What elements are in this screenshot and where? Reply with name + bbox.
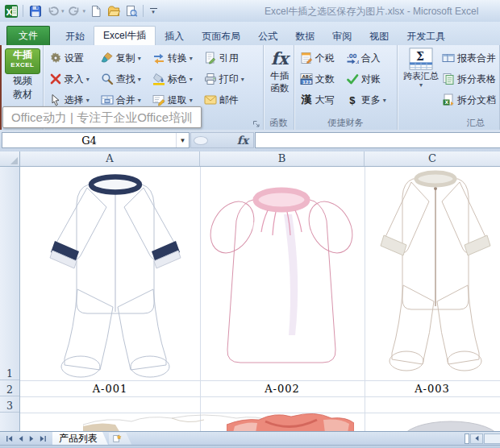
tab-developer[interactable]: 开发工具	[398, 27, 454, 45]
niucha-functions-button[interactable]: fx 牛插 函数	[268, 48, 292, 117]
first-sheet-button[interactable]	[3, 433, 15, 444]
sigma-grid-icon	[409, 48, 433, 70]
redo-dropdown[interactable]: ▾	[83, 8, 86, 15]
paint-bucket-icon	[152, 73, 165, 85]
quick-access-toolbar: ▾ ▾ ▾	[3, 3, 159, 19]
decimal-icon	[346, 52, 359, 64]
reconcile-button[interactable]: 对账	[344, 70, 388, 88]
cell-b2-product-code[interactable]: A-002	[200, 381, 365, 396]
excel-window: ▾ ▾ ▾ Excel牛插之选区保存为图片.xlsx - Microsoft E…	[0, 0, 500, 448]
row-header-3[interactable]: 3	[0, 396, 19, 413]
number-to-text-button[interactable]: 文数	[298, 70, 336, 88]
row-header-4[interactable]	[0, 413, 19, 431]
extract-pencil-icon	[152, 93, 165, 106]
cross-sheet-summary-button[interactable]: 跨表汇总 ▾	[402, 48, 440, 117]
uppercase-button[interactable]: 漢大写	[298, 91, 336, 109]
report-merge-button[interactable]: 报表合并	[440, 49, 498, 67]
ribbon-group-functions: fx 牛插 函数 函数	[264, 45, 294, 130]
product-image-gray-garment-partial[interactable]	[402, 415, 500, 431]
last-sheet-button[interactable]	[37, 433, 48, 444]
chevron-down-icon: ▾	[419, 81, 423, 89]
group-label-summary: 汇总	[425, 117, 500, 130]
save-button[interactable]	[27, 3, 43, 19]
cursor-icon	[49, 93, 62, 106]
window-title: Excel牛插之选区保存为图片.xlsx - Microsoft Excel	[265, 5, 500, 19]
insert-sheet-icon	[112, 433, 122, 443]
insert-function-icon[interactable]: fx	[237, 134, 248, 147]
reference-button[interactable]: 引用	[202, 49, 246, 67]
new-document-button[interactable]	[88, 3, 103, 19]
horizontal-scrollbar-track[interactable]	[484, 433, 500, 444]
sheet-tab-product-list[interactable]: 产品列表	[52, 432, 108, 445]
row-header-2[interactable]: 2	[0, 380, 19, 396]
undo-button[interactable]	[45, 3, 60, 19]
product-image-coral-top-partial[interactable]	[227, 413, 354, 431]
settings-button[interactable]: 设置	[48, 49, 91, 67]
niucha-badge-icon: 牛插 EXCEL	[5, 48, 40, 74]
open-folder-button[interactable]	[106, 3, 121, 19]
cell-a2-product-code[interactable]: A-001	[20, 381, 200, 396]
name-box-value: G4	[2, 135, 176, 147]
more-button[interactable]: $更多	[344, 91, 388, 109]
brush-icon	[101, 52, 114, 64]
group-label-finance: 便捷财务	[294, 117, 397, 130]
print-preview-button[interactable]	[123, 3, 139, 19]
title-bar: ▾ ▾ ▾ Excel牛插之选区保存为图片.xlsx - Microsoft E…	[0, 0, 500, 23]
reference-doc-icon	[204, 52, 217, 64]
redo-button[interactable]	[67, 3, 82, 19]
sheet-tab-bar: 产品列表	[0, 431, 500, 445]
tab-insert[interactable]: 插入	[156, 27, 193, 45]
print-button[interactable]: 打印	[202, 70, 246, 88]
insert-worksheet-button[interactable]	[109, 433, 131, 445]
copy-button[interactable]: 复制	[99, 49, 143, 67]
convert-button[interactable]: 转换	[151, 49, 194, 67]
formula-bar-splitter[interactable]: fx	[190, 132, 254, 148]
round-merge-button[interactable]: 合入	[344, 49, 388, 67]
dollar-icon: $	[346, 94, 359, 106]
tab-page-layout[interactable]: 页面布局	[193, 27, 249, 45]
undo-dropdown[interactable]: ▾	[61, 8, 65, 15]
name-box-dropdown[interactable]: ▼	[176, 133, 189, 147]
tab-home[interactable]: 开始	[56, 27, 94, 45]
formula-input[interactable]	[255, 132, 500, 148]
toolbar-separator	[23, 5, 23, 17]
next-sheet-button[interactable]	[26, 433, 37, 444]
envelope-icon	[204, 93, 217, 106]
tab-split-handle[interactable]	[465, 433, 469, 444]
personal-tax-button[interactable]: 个税	[298, 49, 336, 67]
ribbon-tab-row: 文件 开始 Excel牛插 插入 页面布局 公式 数据 审阅 视图 开发工具	[0, 22, 500, 45]
column-header-a[interactable]: A	[20, 151, 200, 166]
highlight-button[interactable]: 标色	[151, 70, 194, 88]
tab-data[interactable]: 数据	[286, 27, 323, 45]
tab-excel-niucha[interactable]: Excel牛插	[94, 26, 156, 45]
find-button[interactable]: 查找	[99, 70, 143, 88]
select-all-corner[interactable]	[0, 151, 20, 166]
magnifier-icon	[101, 73, 114, 85]
green-check-icon	[346, 73, 359, 85]
tab-review[interactable]: 审阅	[323, 27, 360, 45]
name-box[interactable]: G4 ▼	[2, 132, 190, 148]
printer-icon	[204, 73, 217, 85]
tab-view[interactable]: 视图	[360, 27, 398, 45]
formula-bar: G4 ▼ fx	[0, 130, 500, 152]
column-header-b[interactable]: B	[200, 151, 365, 166]
mail-button[interactable]: 邮件	[202, 91, 246, 109]
product-image-pink-tee[interactable]	[203, 174, 360, 375]
excel-logo-icon[interactable]	[3, 3, 19, 19]
row-header-1[interactable]: 1	[0, 167, 19, 380]
split-doc-icon	[442, 93, 455, 106]
split-document-button[interactable]: 拆分文档	[440, 91, 498, 109]
ribbon: 牛插 EXCEL 视频 教材 设置 录入 选择 复制 查找 合并 转换	[0, 45, 500, 131]
toolbar-separator	[143, 5, 144, 17]
tab-file[interactable]: 文件	[6, 26, 50, 45]
entry-button[interactable]: 录入	[48, 70, 91, 88]
previous-sheet-button[interactable]	[15, 433, 26, 444]
scroll-left-button[interactable]	[470, 433, 483, 444]
dialog-launcher-icon[interactable]	[252, 120, 260, 128]
product-image-tan-footed-sleeper[interactable]	[373, 164, 498, 377]
cell-c2-product-code[interactable]: A-003	[365, 381, 500, 396]
product-image-navy-footed-sleeper[interactable]	[40, 168, 190, 380]
split-table-button[interactable]: 拆分表格	[440, 70, 498, 88]
tab-formulas[interactable]: 公式	[249, 27, 286, 45]
customize-quick-access-button[interactable]: ▾	[148, 8, 159, 14]
